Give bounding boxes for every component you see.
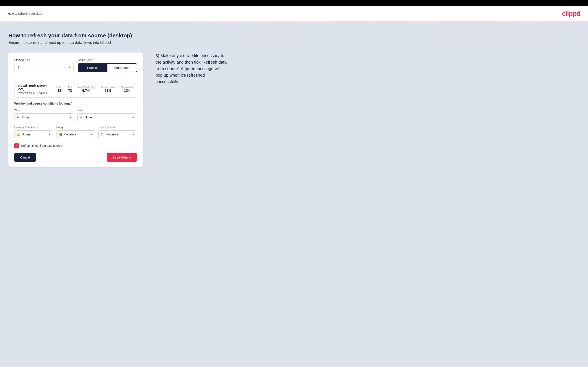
game-type-toggle: Practice Tournament — [78, 63, 137, 72]
holes-stat: Holes 18 — [56, 86, 62, 92]
course-stats: Holes 18 Par 72 Yards/White (M)) 6,744 C… — [56, 86, 133, 92]
fairway-select[interactable]: Normal Soft Hard — [14, 130, 53, 138]
rain-label: Rain — [77, 108, 137, 112]
starting-hole-wrapper: 1 2 10 ▼ — [14, 63, 74, 71]
course-info: Royal North Devon GC, Westward Ho!, Engl… — [18, 84, 51, 94]
save-button[interactable]: Save Details — [107, 153, 137, 162]
slope-rating-value: 134 — [124, 89, 130, 92]
instruction-text: 3) Make any extra edits necessary to the… — [156, 52, 227, 85]
course-rating-stat: Course rating 72.5 — [101, 86, 115, 92]
top-form-row: Starting Hole 1 2 10 ▼ Game Type Practic… — [14, 58, 137, 76]
starting-hole-label: Starting Hole — [14, 58, 74, 61]
par-stat: Par 72 — [68, 86, 72, 92]
yards-stat: Yards/White (M)) 6,744 — [78, 86, 95, 92]
header: How to refresh your data clippd — [0, 6, 588, 22]
logo: clippd — [562, 10, 580, 17]
starting-hole-select[interactable]: 1 2 10 — [14, 63, 74, 71]
course-name: Royal North Devon GC, — [18, 84, 51, 91]
slope-rating-stat: Slope rating 134 — [121, 86, 133, 92]
game-type-label: Game Type — [78, 58, 137, 61]
page-subheading: Ensure the correct and most up to date d… — [9, 41, 579, 45]
rain-select[interactable]: None Light Heavy — [77, 113, 137, 121]
form-card: Starting Hole 1 2 10 ▼ Game Type Practic… — [9, 52, 143, 167]
conditions-title: Weather and course conditions (optional) — [14, 102, 137, 105]
practice-button[interactable]: Practice — [78, 64, 107, 72]
yards-value: 6,744 — [82, 89, 91, 92]
wind-select[interactable]: Strong Mild None — [14, 113, 74, 121]
green-speed-select[interactable]: Moderate Slow Fast — [98, 130, 137, 138]
course-row: Royal North Devon GC, Westward Ho!, Engl… — [14, 81, 137, 98]
main-content: How to refresh your data from source (de… — [0, 22, 588, 364]
course-location: Westward Ho!, England — [18, 91, 51, 94]
fairway-section: Fairway Conditions ⛳ Normal Soft Hard ▼ — [14, 125, 53, 138]
game-type-section: Game Type Practice Tournament — [78, 58, 137, 72]
yards-label: Yards/White (M)) — [78, 86, 95, 88]
rough-label: Rough — [56, 125, 95, 129]
conditions-grid-3: Fairway Conditions ⛳ Normal Soft Hard ▼ … — [14, 125, 137, 138]
rough-select-wrapper: 🌿 Moderate Light Heavy ▼ — [56, 130, 95, 138]
slope-rating-label: Slope rating — [121, 86, 133, 88]
refresh-label: Refresh shots from data source — [21, 144, 62, 147]
course-rating-label: Course rating — [101, 86, 115, 88]
green-speed-label: Green Speed — [98, 125, 137, 129]
wind-label: Wind — [14, 108, 74, 112]
checkmark-icon: ✓ — [15, 144, 18, 147]
par-value: 72 — [68, 89, 72, 92]
rough-section: Rough 🌿 Moderate Light Heavy ▼ — [56, 125, 95, 138]
par-label: Par — [68, 86, 72, 88]
fairway-label: Fairway Conditions — [14, 125, 53, 129]
header-title: How to refresh your data — [8, 12, 42, 15]
instruction-box: 3) Make any extra edits necessary to the… — [156, 52, 227, 85]
green-speed-section: Green Speed ⚙ Moderate Slow Fast ▼ — [98, 125, 137, 138]
button-row: Cancel Save Details — [14, 153, 137, 162]
refresh-checkbox[interactable]: ✓ — [14, 143, 19, 148]
page-heading: How to refresh your data from source (de… — [9, 32, 579, 39]
wind-rain-grid: Wind ≋ Strong Mild None ▼ Rain ☀ — [14, 108, 137, 121]
starting-hole-section: Starting Hole 1 2 10 ▼ — [14, 58, 74, 72]
top-bar — [0, 0, 588, 6]
rain-section: Rain ☀ None Light Heavy ▼ — [77, 108, 137, 121]
rain-select-wrapper: ☀ None Light Heavy ▼ — [77, 113, 137, 121]
holes-label: Holes — [56, 86, 62, 88]
holes-value: 18 — [57, 89, 61, 92]
wind-section: Wind ≋ Strong Mild None ▼ — [14, 108, 74, 121]
wind-select-wrapper: ≋ Strong Mild None ▼ — [14, 113, 74, 121]
rough-select[interactable]: Moderate Light Heavy — [56, 130, 95, 138]
fairway-select-wrapper: ⛳ Normal Soft Hard ▼ — [14, 130, 53, 138]
tournament-button[interactable]: Tournament — [107, 64, 137, 72]
cancel-button[interactable]: Cancel — [14, 153, 36, 162]
footer: Copyright Clippd 2022 — [0, 364, 588, 367]
green-speed-select-wrapper: ⚙ Moderate Slow Fast ▼ — [98, 130, 137, 138]
refresh-checkbox-row[interactable]: ✓ Refresh shots from data source — [14, 143, 137, 148]
content-row: Starting Hole 1 2 10 ▼ Game Type Practic… — [9, 52, 579, 167]
course-rating-value: 72.5 — [105, 89, 111, 92]
